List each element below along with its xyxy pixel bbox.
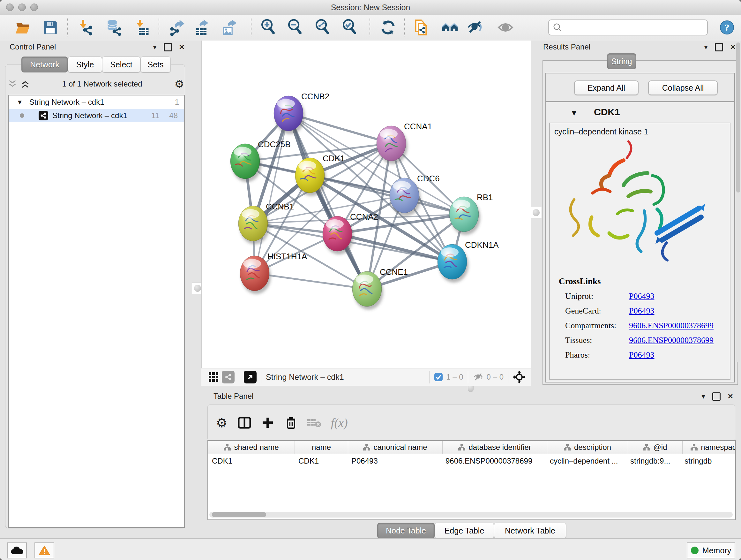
cloud-button[interactable] [7,543,27,558]
open-in-window-icon[interactable] [244,371,257,383]
tab-edge-table[interactable]: Edge Table [434,523,494,539]
table-cell[interactable]: stringdb [681,454,736,468]
network-node-cdc6[interactable]: CDC6 [390,174,440,216]
delete-column-icon[interactable] [285,416,297,429]
column-header-@id[interactable]: @id [628,441,683,454]
table-cell[interactable]: cyclin–dependent ... [546,454,626,468]
export-table-icon[interactable] [194,19,211,36]
add-column-icon[interactable] [261,416,274,429]
houses-icon[interactable] [442,19,458,36]
network-options-gear-icon[interactable]: ⚙ [175,78,184,90]
table-cell[interactable]: stringdb:9... [626,454,681,468]
network-node-hist1h1a[interactable]: HIST1H1A [240,252,307,294]
duplicate-network-icon[interactable] [413,19,429,36]
share-view-icon[interactable] [222,371,234,383]
column-header-name[interactable]: name [295,441,348,454]
import-network-file-icon[interactable] [77,19,94,36]
table-cell[interactable]: P06493 [347,454,442,468]
zoom-out-icon[interactable] [287,19,304,36]
network-node-cdc25b[interactable]: CDC25B [230,139,291,182]
search-field[interactable] [548,19,708,36]
network-edge[interactable] [255,113,288,273]
collapse-all-button[interactable]: Collapse All [648,80,718,95]
tab-node-table[interactable]: Node Table [377,523,434,539]
zoom-in-icon[interactable] [260,19,277,36]
panel-float-icon[interactable] [715,43,723,51]
network-node-ccna1[interactable]: CCNA1 [377,122,432,164]
tab-style[interactable]: Style [68,57,102,72]
panel-menu-caret-icon[interactable]: ▾ [704,44,708,51]
memory-button[interactable]: Memory [687,543,735,558]
crosslink-link[interactable]: 9606.ENSP00000378699 [629,335,714,345]
panel-float-icon[interactable] [164,43,172,51]
crosslink-label: Uniprot: [565,292,629,301]
network-node-cdkn1a[interactable]: CDKN1A [437,240,499,283]
results-scrollbar[interactable] [736,42,740,362]
table-hscrollbar-thumb[interactable] [212,512,266,517]
search-input[interactable] [565,23,703,32]
tab-network-table[interactable]: Network Table [494,523,566,539]
crosslink-link[interactable]: P06493 [629,306,654,316]
panel-float-icon[interactable] [712,392,721,401]
import-table-icon[interactable] [134,19,151,36]
table-settings-gear-icon[interactable]: ⚙ [216,415,227,430]
network-node-ccnb1[interactable]: CCNB1 [239,202,294,244]
network-collection-row[interactable]: ▼ String Network – cdk1 1 [9,96,184,109]
column-header-description[interactable]: description [547,441,628,454]
results-scrollbar-thumb[interactable] [736,43,740,192]
zoom-selected-icon[interactable] [342,19,358,36]
table-cell[interactable]: CDK1 [208,454,294,468]
section-caret-icon[interactable]: ▼ [570,109,578,118]
network-node-ccnb2[interactable]: CCNB2 [274,91,329,134]
selected-checkbox[interactable] [434,373,443,381]
open-session-icon[interactable] [15,19,31,36]
tab-sets[interactable]: Sets [140,57,171,72]
help-icon[interactable]: ? [719,19,735,36]
import-network-database-icon[interactable] [105,19,122,36]
hidden-eye-icon[interactable] [473,372,483,382]
save-session-icon[interactable] [42,19,59,36]
expand-all-button[interactable]: Expand All [574,80,638,95]
column-header-canonical-name[interactable]: canonical name [348,441,443,454]
panel-close-icon[interactable]: ✕ [728,393,733,400]
panel-close-icon[interactable]: ✕ [179,44,185,51]
network-canvas-svg[interactable]: CCNB2CCNA1CDC25BCDK1CDC6RB1CCNB1CCNA2CDK… [201,41,531,368]
network-node-ccne1[interactable]: CCNE1 [352,267,408,310]
network-view-toolbar: String Network – cdk1 1 – 0 0 – 0 [201,368,531,386]
tab-string[interactable]: String [607,53,636,69]
zoom-fit-icon[interactable] [315,19,331,36]
column-header-label: shared name [234,443,279,452]
network-row[interactable]: String Network – cdk1 11 48 [9,109,184,122]
panel-menu-caret-icon[interactable]: ▾ [702,393,705,400]
table-hscrollbar[interactable] [209,512,733,517]
column-header-shared-name[interactable]: shared name [208,441,295,454]
table-row[interactable]: CDK1CDK1P064939606.ENSP00000378699cyclin… [208,454,735,468]
current-network-dot-icon [20,113,24,118]
crosslink-link[interactable]: 9606.ENSP00000378699 [629,321,714,330]
crosslink-link[interactable]: P06493 [629,292,654,301]
refresh-icon[interactable] [380,19,396,36]
network-node-ccna2[interactable]: CCNA2 [323,212,378,254]
expand-all-icon[interactable] [20,80,30,88]
column-header-namespac[interactable]: namespac [683,441,736,454]
panel-close-icon[interactable]: ✕ [730,44,736,51]
hide-selected-icon[interactable] [466,19,483,36]
export-network-icon[interactable] [169,19,185,36]
collapse-all-icon[interactable] [8,80,17,88]
network-edge[interactable] [255,273,367,289]
split-panel-icon[interactable] [238,416,251,429]
tree-caret-icon[interactable]: ▼ [17,99,23,106]
crosslink-row: Uniprot:P06493 [565,292,730,301]
tab-select[interactable]: Select [102,57,140,72]
crosslink-link[interactable]: P06493 [629,350,654,360]
tab-network[interactable]: Network [21,57,68,72]
table-cell[interactable]: 9606.ENSP00000378699 [442,454,546,468]
panel-menu-caret-icon[interactable]: ▾ [153,44,157,51]
grid-view-icon[interactable] [207,371,220,383]
table-cell[interactable]: CDK1 [294,454,347,468]
warning-button[interactable] [35,543,54,558]
network-node-rb1[interactable]: RB1 [449,192,493,235]
column-header-database-identifier[interactable]: database identifier [443,441,547,454]
birdseye-view-icon[interactable] [513,371,526,383]
export-image-icon[interactable] [221,19,238,36]
